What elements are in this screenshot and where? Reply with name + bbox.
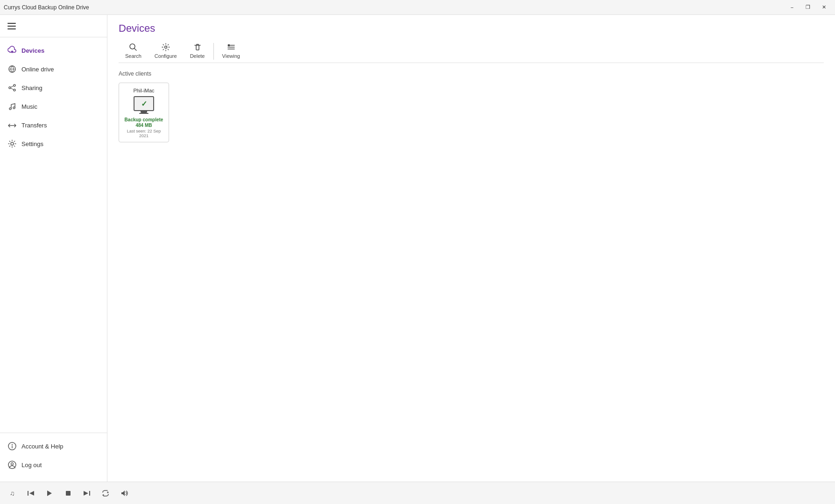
svg-marker-14 [29,491,34,496]
close-button[interactable]: ✕ [816,3,831,12]
skip-back-button[interactable] [24,487,37,500]
configure-button[interactable]: Configure [148,40,184,63]
sidebar: Devices Online drive [0,15,107,482]
hamburger-line-1 [7,23,16,24]
svg-point-4 [9,108,11,110]
cloud-upload-icon [7,46,17,55]
repeat-button[interactable] [99,487,112,500]
device-name: Phil-iMac [133,88,154,93]
music-notes-button[interactable]: ♫ [6,487,19,500]
viewing-icon [227,43,235,51]
device-grid: Phil-iMac ✓ Backup complete 484 MB Last … [119,83,824,142]
hamburger-button[interactable] [6,21,18,31]
monitor-icon: ✓ [134,96,154,111]
stop-icon [65,490,71,496]
transfers-icon [7,120,17,130]
delete-icon [193,43,202,51]
skip-back-icon [28,490,34,497]
volume-button[interactable] [118,487,131,500]
svg-point-6 [11,142,14,145]
svg-marker-18 [89,491,90,496]
device-status: Backup complete [125,117,163,123]
sidebar-label-settings: Settings [21,140,43,147]
delete-label: Delete [190,53,205,59]
settings-icon [7,139,17,148]
viewing-button[interactable]: Viewing [216,40,247,63]
search-button[interactable]: Search [119,40,148,63]
monitor-base [139,113,149,114]
sidebar-item-account-help[interactable]: Account & Help [0,437,107,455]
configure-icon [162,43,170,51]
sidebar-label-account-help: Account & Help [21,443,64,450]
svg-point-10 [130,44,135,49]
music-icon [7,102,17,111]
svg-point-11 [164,46,167,49]
sidebar-label-online-drive: Online drive [21,66,54,73]
sidebar-label-transfers: Transfers [21,122,47,129]
sidebar-header [0,15,107,37]
svg-marker-13 [28,491,28,496]
repeat-icon [102,490,109,497]
delete-button[interactable]: Delete [184,40,212,63]
svg-marker-15 [47,490,52,496]
content-area: Active clients Phil-iMac ✓ Backup comple… [107,63,835,482]
skip-forward-button[interactable] [80,487,93,500]
app-title: Currys Cloud Backup Online Drive [4,4,89,11]
sidebar-nav: Devices Online drive [0,37,107,433]
player-bar: ♫ [0,482,835,504]
volume-icon [120,490,128,497]
svg-rect-12 [228,44,230,46]
logout-icon [7,460,17,469]
sidebar-item-sharing[interactable]: Sharing [0,78,107,97]
sidebar-item-settings[interactable]: Settings [0,134,107,153]
device-icon-area: ✓ [134,96,154,114]
stop-button[interactable] [62,487,75,500]
sidebar-item-devices[interactable]: Devices [0,41,107,60]
svg-rect-16 [66,491,71,496]
sharing-icon [7,83,17,92]
sidebar-label-music: Music [21,103,37,110]
hamburger-line-3 [7,28,16,29]
sidebar-item-online-drive[interactable]: Online drive [0,60,107,78]
title-bar: Currys Cloud Backup Online Drive − ❐ ✕ [0,0,835,15]
device-card-phil-imac[interactable]: Phil-iMac ✓ Backup complete 484 MB Last … [119,83,169,142]
sidebar-label-logout: Log out [21,462,42,469]
sidebar-label-sharing: Sharing [21,84,42,91]
search-label: Search [125,53,142,59]
sidebar-item-transfers[interactable]: Transfers [0,116,107,134]
play-button[interactable] [43,487,56,500]
device-last-seen: Last seen: 22 Sep 2021 [123,129,165,138]
svg-marker-17 [84,491,88,496]
configure-label: Configure [155,53,177,59]
window-controls: − ❐ ✕ [785,3,831,12]
search-icon [129,43,137,51]
account-help-icon [7,441,17,451]
play-icon [46,490,53,497]
active-clients-label: Active clients [119,70,824,77]
music-notes-icon: ♫ [10,490,15,497]
check-icon: ✓ [141,99,147,108]
page-header: Devices Search [107,15,835,63]
app-body: Devices Online drive [0,15,835,482]
main-content: Devices Search [107,15,835,482]
svg-point-5 [13,107,15,109]
sidebar-label-devices: Devices [21,47,44,54]
svg-point-1 [14,84,15,86]
hamburger-line-2 [7,26,16,27]
toolbar-separator [213,43,214,60]
svg-point-2 [14,89,15,91]
viewing-label: Viewing [222,53,240,59]
sidebar-item-logout[interactable]: Log out [0,455,107,474]
device-size: 484 MB [135,123,152,128]
sidebar-item-music[interactable]: Music [0,97,107,116]
skip-forward-icon [84,490,90,497]
toolbar: Search Configure [119,40,824,63]
minimize-button[interactable]: − [785,3,800,12]
page-title: Devices [119,22,824,35]
restore-button[interactable]: ❐ [800,3,815,12]
svg-point-3 [9,87,11,89]
svg-point-9 [11,463,14,465]
online-drive-icon [7,64,17,74]
sidebar-footer: Account & Help Log out [0,433,107,482]
